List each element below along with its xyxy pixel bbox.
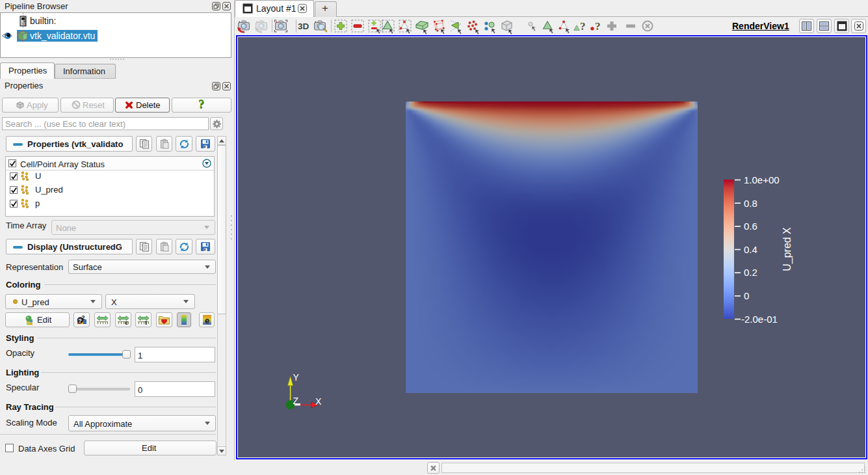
svg-text:1.0e+00: 1.0e+00	[744, 174, 780, 185]
svg-text:c: c	[125, 319, 128, 325]
svg-text:0.8: 0.8	[744, 198, 757, 209]
svg-text:0.6: 0.6	[744, 221, 757, 232]
svg-text:builtin:: builtin:	[30, 16, 56, 26]
svg-text:3D: 3D	[298, 21, 309, 31]
svg-text:0.4: 0.4	[744, 244, 757, 255]
svg-text:?: ?	[595, 20, 601, 33]
svg-text:e: e	[205, 316, 209, 325]
svg-text:X: X	[315, 396, 322, 407]
svg-text:0.2: 0.2	[744, 267, 757, 278]
svg-text:2: 2	[82, 314, 85, 321]
svg-text:t: t	[145, 319, 147, 325]
svg-text:?: ?	[580, 20, 586, 33]
svg-text:vtk_validator.vtu: vtk_validator.vtu	[30, 31, 95, 41]
svg-text:Y: Y	[293, 372, 300, 383]
svg-text:-2.0e-01: -2.0e-01	[741, 314, 778, 325]
svg-text:U_pred X: U_pred X	[782, 227, 793, 271]
svg-text:0: 0	[744, 290, 749, 301]
